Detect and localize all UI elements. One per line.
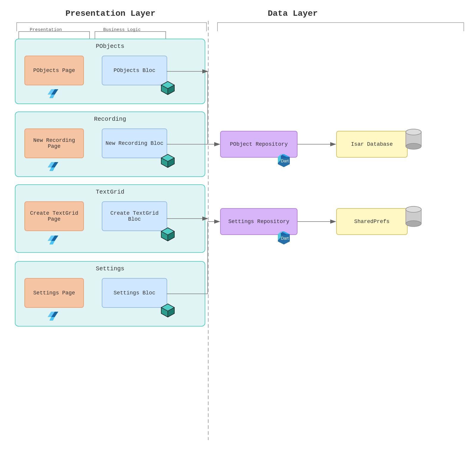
settings-page-box: Settings Page [24, 278, 84, 308]
svg-marker-3 [49, 95, 55, 98]
pobjects-bloc-box: PObjects Bloc [102, 56, 167, 85]
presentation-sub-bracket [18, 31, 90, 40]
textgrid-cube-icon [160, 227, 176, 244]
shared-prefs-cylinder [405, 205, 422, 229]
feature-group-pobjects: PObjects PObjects Page PObjects Bloc [15, 39, 205, 104]
svg-point-40 [406, 129, 421, 135]
svg-text:Dart: Dart [281, 159, 289, 163]
presentation-layer-header: Presentation Layer [65, 9, 155, 18]
pobjects-group-label: PObjects [96, 43, 124, 50]
pobject-repo-dart-icon: Dart [277, 153, 291, 169]
shared-prefs-box: SharedPrefs [336, 208, 408, 235]
svg-marker-17 [49, 241, 55, 244]
recording-flutter-icon [45, 156, 60, 172]
isar-db-cylinder [405, 128, 422, 152]
svg-point-44 [406, 206, 421, 212]
diagram-container: Presentation Layer Data Layer Presentati… [0, 0, 476, 455]
svg-point-39 [406, 143, 421, 149]
textgrid-group-label: TextGrid [96, 189, 124, 195]
presentation-sublabel: Presentation [30, 27, 62, 32]
settings-flutter-icon [45, 306, 60, 322]
svg-text:Dart: Dart [281, 236, 289, 241]
feature-group-settings: Settings Settings Page Settings Bloc [15, 261, 205, 327]
pobjects-flutter-icon [45, 83, 60, 100]
svg-marker-10 [49, 167, 55, 171]
feature-group-recording: Recording New Recording Page New Recordi… [15, 112, 205, 177]
pobjects-page-box: PObjects Page [24, 56, 84, 85]
svg-marker-24 [49, 317, 55, 321]
business-logic-sublabel: Business Logic [103, 27, 141, 32]
pobjects-cube-icon [160, 80, 176, 97]
textgrid-bloc-box: Create TextGrid Bloc [102, 201, 167, 231]
settings-cube-icon [160, 303, 176, 320]
textgrid-flutter-icon [45, 230, 60, 246]
recording-page-box: New Recording Page [24, 128, 84, 158]
recording-bloc-box: New Recording Bloc [102, 128, 167, 158]
recording-cube-icon [160, 153, 176, 170]
settings-group-label: Settings [96, 265, 124, 272]
settings-bloc-box: Settings Bloc [102, 278, 167, 308]
svg-point-43 [406, 221, 421, 227]
data-bracket [217, 22, 464, 31]
data-layer-header: Data Layer [268, 9, 318, 18]
isar-db-box: Isar Database [336, 131, 408, 158]
textgrid-page-box: Create TextGrid Page [24, 201, 84, 231]
recording-group-label: Recording [94, 116, 126, 123]
business-logic-sub-bracket [95, 31, 166, 40]
feature-group-textgrid: TextGrid Create TextGrid Page Create Tex… [15, 184, 205, 253]
settings-repo-dart-icon: Dart [277, 231, 291, 247]
